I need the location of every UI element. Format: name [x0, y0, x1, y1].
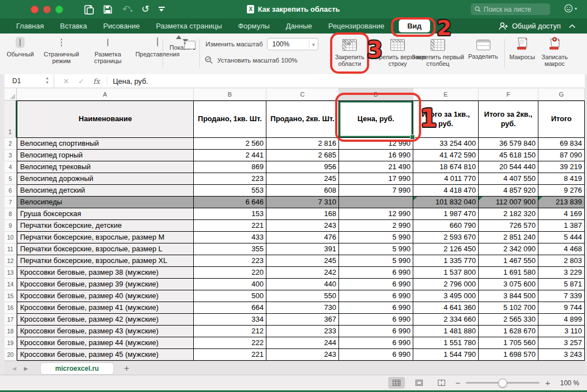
- cell-C7[interactable]: 7 310: [266, 197, 339, 208]
- header-cell-C1[interactable]: Продано, 2кв. Шт.: [266, 101, 339, 138]
- status-page-layout-button[interactable]: [411, 377, 427, 389]
- header-cell-B1[interactable]: Продано, 1кв. Шт.: [194, 101, 266, 138]
- cell-F7[interactable]: 112 007 900: [479, 197, 538, 208]
- formula-bar-content[interactable]: Цена, руб.: [113, 77, 148, 85]
- cell-C3[interactable]: 2 685: [266, 150, 339, 161]
- cell-G18[interactable]: 3 110: [538, 326, 585, 337]
- cell-D17[interactable]: 6 990: [339, 314, 413, 326]
- column-header-D[interactable]: D: [339, 88, 413, 100]
- row-header-13[interactable]: 13: [4, 267, 17, 279]
- row-header-14[interactable]: 14: [4, 279, 17, 290]
- cell-D11[interactable]: 5 990: [339, 243, 413, 255]
- feedback-smiley-button[interactable]: ▾: [564, 4, 577, 13]
- row-header-10[interactable]: 10: [4, 232, 17, 243]
- name-box[interactable]: D1 ▲▼: [4, 74, 54, 88]
- cell-G13[interactable]: 3 229: [538, 267, 585, 279]
- zoom-slider[interactable]: [466, 382, 540, 384]
- cell-B13[interactable]: 220: [194, 267, 266, 279]
- cell-B9[interactable]: 221: [194, 220, 266, 232]
- cell-G15[interactable]: 7 339: [538, 290, 585, 302]
- row-header-4[interactable]: 4: [4, 161, 17, 173]
- cell-E4[interactable]: 18 674 810: [413, 161, 479, 173]
- cell-D3[interactable]: 16 990: [339, 150, 413, 161]
- name-box-stepper[interactable]: ▲▼: [45, 76, 49, 85]
- header-cell-D1[interactable]: Цена, руб.: [339, 101, 413, 138]
- cell-F14[interactable]: 3 075 600: [479, 279, 538, 290]
- cell-F16[interactable]: 5 102 700: [479, 302, 538, 314]
- redo-button[interactable]: ↺: [141, 4, 149, 15]
- cell-C20[interactable]: 243: [266, 349, 339, 361]
- cell-G3[interactable]: 87 090: [538, 150, 585, 161]
- status-page-break-button[interactable]: [433, 377, 450, 389]
- ribbon-tab-Рецензирование[interactable]: Рецензирование: [328, 22, 384, 30]
- cell-D4[interactable]: 21 490: [339, 161, 413, 173]
- cell-E19[interactable]: 1 551 780: [413, 337, 479, 349]
- cell-C9[interactable]: 243: [266, 220, 339, 232]
- cell-F5[interactable]: 4 407 550: [479, 173, 538, 185]
- zoom-slider-thumb[interactable]: [498, 379, 507, 388]
- freeze-first-column-button[interactable]: Закрепить первый столбец: [411, 37, 465, 67]
- cell-A7[interactable]: Велосипеды: [17, 197, 194, 208]
- cell-B17[interactable]: 334: [194, 314, 266, 326]
- cell-C6[interactable]: 608: [266, 185, 339, 197]
- cell-A12[interactable]: Перчатки боксерские, взрослые, размер XL: [17, 255, 194, 267]
- cell-E13[interactable]: 1 537 800: [413, 267, 479, 279]
- cell-C15[interactable]: 550: [266, 290, 339, 302]
- undo-button[interactable]: ↶▾: [122, 4, 132, 15]
- column-header-C[interactable]: C: [266, 88, 339, 100]
- cell-C14[interactable]: 440: [266, 279, 339, 290]
- status-normal-view-button[interactable]: [388, 377, 405, 389]
- row-header-19[interactable]: 19: [4, 337, 17, 349]
- zoom-in-button[interactable]: +: [545, 378, 550, 388]
- cell-B2[interactable]: 2 560: [194, 138, 266, 150]
- cell-D16[interactable]: 6 990: [339, 302, 413, 314]
- new-document-icon[interactable]: [84, 5, 94, 14]
- cell-E12[interactable]: 1 335 770: [413, 255, 479, 267]
- cell-G10[interactable]: 5 444: [538, 232, 585, 243]
- row-header-2[interactable]: 2: [4, 138, 17, 150]
- enter-check-icon[interactable]: ✓: [78, 77, 84, 85]
- cell-E7[interactable]: 101 832 040: [413, 197, 479, 208]
- insert-function-icon[interactable]: fx: [93, 77, 100, 85]
- header-cell-A1[interactable]: Наименование: [17, 101, 194, 138]
- prev-sheet-arrow-icon[interactable]: ◀: [12, 366, 16, 371]
- cell-G19[interactable]: 3 257: [538, 337, 585, 349]
- cell-A13[interactable]: Кроссовки беговые, размер 38 (мужские): [17, 267, 194, 279]
- cell-C16[interactable]: 730: [266, 302, 339, 314]
- split-button[interactable]: Разделить: [465, 37, 502, 60]
- cell-B10[interactable]: 433: [194, 232, 266, 243]
- normal-view-button[interactable]: Обычный: [7, 37, 34, 58]
- cell-E18[interactable]: 1 481 880: [413, 326, 479, 337]
- cell-E17[interactable]: 2 334 660: [413, 314, 479, 326]
- ribbon-tab-Формулы[interactable]: Формулы: [238, 22, 270, 30]
- cell-B14[interactable]: 400: [194, 279, 266, 290]
- cell-D8[interactable]: 12 990: [339, 208, 413, 220]
- cell-E5[interactable]: 4 011 770: [413, 173, 479, 185]
- cell-D10[interactable]: 5 990: [339, 232, 413, 243]
- cell-A10[interactable]: Перчатки боксерские, взрослые, размер M: [17, 232, 194, 243]
- freeze-panes-button[interactable]: Закрепить области: [332, 37, 368, 67]
- cell-B16[interactable]: 664: [194, 302, 266, 314]
- set-zoom-100-button[interactable]: Установить масштаб 100%: [204, 56, 298, 64]
- show-button[interactable]: ▾ Показать: [165, 37, 200, 51]
- row-header-1[interactable]: 1: [4, 101, 17, 138]
- cell-F19[interactable]: 1 705 560: [479, 337, 538, 349]
- row-header-6[interactable]: 6: [4, 185, 17, 197]
- cell-A20[interactable]: Кроссовки беговые, размер 45 (мужские): [17, 349, 194, 361]
- cell-B19[interactable]: 222: [194, 337, 266, 349]
- row-header-18[interactable]: 18: [4, 326, 17, 337]
- save-icon[interactable]: [103, 5, 113, 14]
- page-break-preview-button[interactable]: Страничный режим: [37, 37, 86, 64]
- cell-A11[interactable]: Перчатки боксерские, взрослые, размер L: [17, 243, 194, 255]
- cell-C18[interactable]: 233: [266, 326, 339, 337]
- share-button[interactable]: Общий доступ: [499, 22, 561, 30]
- selection-fill-handle[interactable]: [410, 135, 415, 140]
- cell-F4[interactable]: 20 544 440: [479, 161, 538, 173]
- close-window-button[interactable]: [31, 6, 39, 13]
- cell-C17[interactable]: 367: [266, 314, 339, 326]
- row-header-12[interactable]: 12: [4, 255, 17, 267]
- header-cell-G1[interactable]: Итого: [538, 101, 585, 138]
- cell-F3[interactable]: 45 618 150: [479, 150, 538, 161]
- cell-B4[interactable]: 869: [194, 161, 266, 173]
- column-header-F[interactable]: F: [479, 88, 538, 100]
